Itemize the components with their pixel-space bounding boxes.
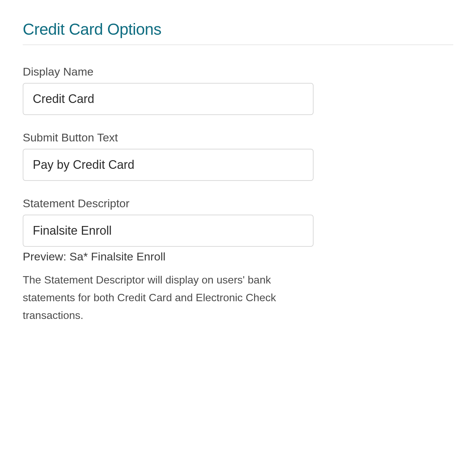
submit-button-text-input[interactable] <box>23 149 314 181</box>
statement-descriptor-label: Statement Descriptor <box>23 197 453 210</box>
statement-descriptor-input[interactable] <box>23 215 314 247</box>
section-title: Credit Card Options <box>23 20 453 45</box>
statement-descriptor-preview: Preview: Sa* Finalsite Enroll <box>23 250 453 263</box>
display-name-group: Display Name <box>23 65 453 115</box>
statement-descriptor-help: The Statement Descriptor will display on… <box>23 271 317 324</box>
statement-descriptor-group: Statement Descriptor Preview: Sa* Finals… <box>23 197 453 324</box>
display-name-label: Display Name <box>23 65 453 78</box>
submit-button-text-label: Submit Button Text <box>23 131 453 144</box>
submit-button-text-group: Submit Button Text <box>23 131 453 181</box>
display-name-input[interactable] <box>23 83 314 115</box>
